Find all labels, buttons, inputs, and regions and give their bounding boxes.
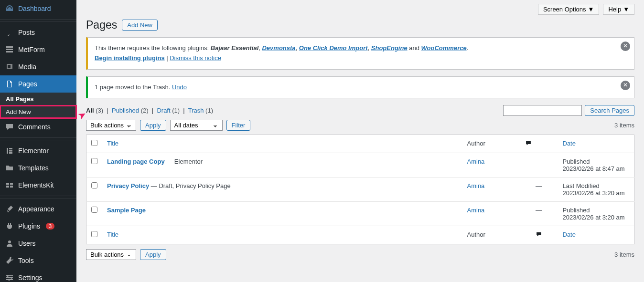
comment-icon xyxy=(5,122,14,132)
bulk-actions-select[interactable]: Bulk actions xyxy=(86,120,136,131)
page-title: Pages xyxy=(86,19,117,31)
author-link[interactable]: Amina xyxy=(467,207,485,214)
sidebar-item-dashboard[interactable]: Dashboard xyxy=(0,0,76,17)
sidebar-separator xyxy=(0,19,76,22)
author-link[interactable]: Amina xyxy=(467,158,485,165)
sidebar-item-metform[interactable]: MetForm xyxy=(0,41,76,58)
filter-button[interactable]: Filter xyxy=(226,120,251,131)
elementor-icon xyxy=(5,146,14,156)
sidebar-item-label: Posts xyxy=(18,29,35,36)
status: Published xyxy=(563,207,590,214)
label: Trash xyxy=(188,107,204,114)
status-links: All (3) | Published (2) | Draft (1) | Tr… xyxy=(86,107,213,114)
sidebar-item-users[interactable]: Users xyxy=(0,235,76,252)
dismiss-notice-link[interactable]: Dismiss this notice xyxy=(170,54,221,62)
sidebar-item-elementskit[interactable]: ElementsKit xyxy=(0,177,76,194)
user-icon xyxy=(5,239,14,248)
svg-point-1 xyxy=(7,275,9,277)
sidebar-item-label: Elementor xyxy=(18,147,49,155)
filter-all[interactable]: All (3) xyxy=(86,107,103,114)
col-date[interactable]: Date xyxy=(563,140,576,147)
submenu-all-pages[interactable]: All Pages xyxy=(0,93,76,105)
sidebar-item-settings[interactable]: Settings xyxy=(0,269,76,282)
sidebar-item-comments[interactable]: Comments xyxy=(0,118,76,136)
dates-select[interactable]: All dates xyxy=(170,120,223,131)
filters: Bulk actions Apply xyxy=(86,249,166,260)
apply-button[interactable]: Apply xyxy=(140,120,166,131)
plugin-link[interactable]: ShopEngine xyxy=(371,44,408,52)
count: (1) xyxy=(205,107,213,114)
screen-options-button[interactable]: Screen Options ▼ xyxy=(538,4,599,15)
label: All xyxy=(86,107,94,114)
submenu-add-new[interactable]: Add New➤ xyxy=(0,105,76,118)
undo-link[interactable]: Undo xyxy=(172,84,187,91)
date-cell: Last Modified2023/02/26 at 3:20 am xyxy=(558,178,634,202)
sidebar-item-templates[interactable]: Templates xyxy=(0,159,76,177)
col-date[interactable]: Date xyxy=(563,231,576,238)
status: Last Modified xyxy=(563,182,600,189)
page-title-link[interactable]: Privacy Policy xyxy=(107,182,149,189)
count: (3) xyxy=(96,107,103,114)
row-checkbox[interactable] xyxy=(91,182,97,188)
label: Published xyxy=(112,107,139,114)
author-link[interactable]: Amina xyxy=(467,182,485,189)
dashboard-icon xyxy=(5,4,14,13)
heading-row: Pages Add New xyxy=(86,19,634,31)
form-icon xyxy=(5,45,14,54)
plugin-link[interactable]: Devmonsta xyxy=(262,44,295,52)
filter-trash[interactable]: Trash (1) xyxy=(188,107,213,114)
top-buttons: Screen Options ▼ Help ▼ xyxy=(86,4,634,15)
filter-draft[interactable]: Draft (1) xyxy=(157,107,180,114)
search-input[interactable] xyxy=(503,105,582,116)
col-title[interactable]: Title xyxy=(107,231,118,238)
svg-point-2 xyxy=(11,277,12,279)
select-all-checkbox[interactable] xyxy=(91,231,97,237)
help-button[interactable]: Help ▼ xyxy=(603,4,634,15)
plugin-link[interactable]: WooCommerce xyxy=(421,44,467,52)
kit-icon xyxy=(5,180,14,190)
text: and xyxy=(408,44,421,52)
sidebar-item-pages[interactable]: Pages xyxy=(0,75,76,93)
sidebar-item-label: Dashboard xyxy=(18,5,51,12)
sidebar-item-tools[interactable]: Tools xyxy=(0,252,76,269)
sidebar-item-posts[interactable]: Posts xyxy=(0,24,76,41)
plugin-name: Bajaar Essential xyxy=(211,44,258,52)
filter-published[interactable]: Published (2) xyxy=(112,107,149,114)
page-title-link[interactable]: Landing page Copy xyxy=(107,158,165,165)
tablenav-bottom: Bulk actions Apply 3 items xyxy=(86,249,634,260)
select-all-checkbox[interactable] xyxy=(91,140,97,146)
plugin-link[interactable]: One Click Demo Import xyxy=(299,44,368,52)
install-plugins-link[interactable]: Begin installing plugins xyxy=(95,54,165,62)
close-icon[interactable]: ✕ xyxy=(621,81,630,90)
label: WooCommerce xyxy=(421,44,467,52)
sidebar-item-plugins[interactable]: Plugins3 xyxy=(0,218,76,235)
page-title-link[interactable]: Sample Page xyxy=(107,207,146,214)
sidebar-item-label: Comments xyxy=(18,123,51,131)
col-comments[interactable] xyxy=(520,135,558,153)
sidebar-item-elementor[interactable]: Elementor xyxy=(0,142,76,159)
sidebar-item-media[interactable]: Media xyxy=(0,58,76,75)
sidebar-item-label: Tools xyxy=(18,257,34,264)
sidebar-separator xyxy=(0,196,76,198)
notice-text: 1 page moved to the Trash. xyxy=(95,84,172,91)
col-author: Author xyxy=(462,135,520,153)
close-icon[interactable]: ✕ xyxy=(621,42,630,51)
bulk-actions-select[interactable]: Bulk actions xyxy=(86,249,136,260)
sidebar-item-label: Users xyxy=(18,240,36,247)
sliders-icon xyxy=(5,273,14,282)
sidebar-item-appearance[interactable]: Appearance xyxy=(0,200,76,218)
svg-point-0 xyxy=(8,240,11,243)
search-button[interactable]: Search Pages xyxy=(585,105,634,116)
submenu-label: Add New xyxy=(6,108,31,115)
notice-text: This theme requires the following plugin… xyxy=(95,44,211,52)
add-new-button[interactable]: Add New xyxy=(122,20,158,31)
col-comments[interactable] xyxy=(520,226,558,244)
row-checkbox[interactable] xyxy=(91,158,97,164)
media-icon xyxy=(5,62,14,72)
count: (2) xyxy=(141,107,149,114)
sidebar-item-label: Media xyxy=(18,63,36,71)
apply-button[interactable]: Apply xyxy=(140,249,166,260)
col-title[interactable]: Title xyxy=(107,140,118,147)
row-checkbox[interactable] xyxy=(91,207,97,213)
sidebar-item-label: Templates xyxy=(18,164,49,172)
